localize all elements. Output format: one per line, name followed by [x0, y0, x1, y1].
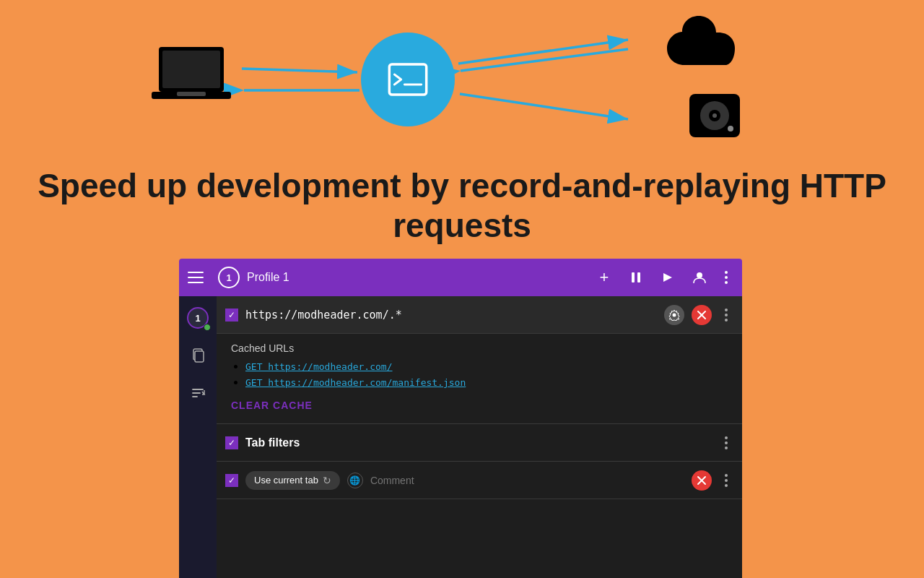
svg-marker-20: [663, 273, 672, 282]
comment-input[interactable]: [370, 475, 684, 486]
profile-name: Profile 1: [247, 271, 585, 284]
cache-url-item-2: GET https://modheader.com/manifest.json: [245, 376, 728, 389]
headline-text: Speed up development by record-and-repla…: [0, 166, 924, 246]
laptop-icon: [152, 43, 231, 116]
url-text: https://modheader.com/.*: [245, 309, 657, 322]
green-status-dot: [204, 324, 211, 331]
add-button[interactable]: +: [592, 265, 616, 290]
cloud-icon: [664, 14, 744, 72]
share-button[interactable]: [655, 265, 680, 290]
toolbar: 1 Profile 1 +: [179, 259, 742, 296]
panel-sidebar: 1: [179, 296, 217, 578]
current-tab-label: Use current tab: [254, 475, 318, 486]
hdd-icon: [686, 87, 744, 144]
clear-cache-button[interactable]: CLEAR CACHE: [231, 400, 313, 411]
svg-point-21: [697, 272, 702, 278]
illustration: [0, 0, 924, 159]
tab-filters-checkbox[interactable]: [225, 436, 238, 449]
menu-button[interactable]: [188, 272, 208, 283]
url-more-button[interactable]: [719, 306, 733, 324]
gear-button[interactable]: [664, 305, 684, 325]
cache-url-item-1: GET https://modheader.com/: [245, 360, 728, 373]
svg-point-17: [728, 126, 733, 131]
svg-line-5: [461, 49, 628, 71]
svg-line-6: [460, 94, 628, 119]
panel-main: https://modheader.com/.*: [217, 296, 742, 578]
svg-rect-19: [637, 272, 640, 282]
panel-wrapper: 1 https://modheader.com/.*: [179, 296, 742, 578]
cache-url-link-2[interactable]: GET https://modheader.com/manifest.json: [245, 377, 466, 388]
cache-section: Cached URLs GET https://modheader.com/ G…: [217, 334, 742, 424]
svg-rect-11: [389, 64, 426, 95]
svg-rect-10: [177, 92, 206, 96]
close-button[interactable]: [692, 305, 712, 325]
svg-line-4: [458, 40, 628, 64]
tab-filter-checkbox[interactable]: [225, 474, 238, 487]
tab-filter-close-button[interactable]: [692, 470, 712, 491]
sidebar-profile-item[interactable]: 1: [182, 302, 214, 334]
tab-filters-more-button[interactable]: [719, 436, 733, 449]
tab-filter-more-button[interactable]: [719, 471, 733, 490]
pause-button[interactable]: [624, 265, 648, 290]
headline-section: Speed up development by record-and-repla…: [0, 166, 924, 246]
tab-filters-header: Tab filters: [217, 424, 742, 462]
tab-filters-title: Tab filters: [245, 436, 712, 449]
current-tab-badge: Use current tab ↻: [245, 471, 340, 490]
sidebar-item-sort[interactable]: [182, 377, 214, 409]
svg-rect-23: [195, 351, 204, 362]
proxy-circle: [361, 33, 455, 126]
sidebar-item-copy[interactable]: [182, 340, 214, 371]
illus-inner: [137, 7, 787, 152]
globe-icon: 🌐: [347, 473, 363, 488]
more-button[interactable]: [719, 271, 733, 284]
cache-title: Cached URLs: [231, 342, 728, 354]
refresh-icon: ↻: [323, 475, 331, 486]
profile-badge: 1: [218, 267, 240, 288]
svg-point-16: [712, 113, 717, 118]
account-button[interactable]: [687, 265, 712, 290]
svg-line-2: [242, 69, 357, 72]
cache-url-link-1[interactable]: GET https://modheader.com/: [245, 361, 393, 372]
svg-rect-8: [162, 51, 220, 88]
tab-filter-row: Use current tab ↻ 🌐: [217, 462, 742, 499]
svg-rect-18: [632, 272, 635, 282]
url-row: https://modheader.com/.*: [217, 296, 742, 334]
cache-url-list: GET https://modheader.com/ GET https://m…: [231, 360, 728, 389]
svg-point-28: [673, 313, 676, 316]
url-checkbox[interactable]: [225, 309, 238, 322]
